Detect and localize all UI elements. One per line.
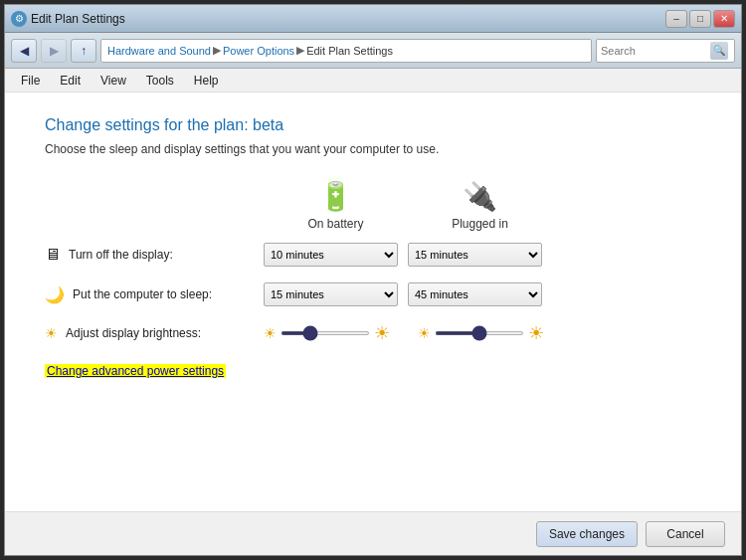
sleep-row: 🌙 Put the computer to sleep: 15 minutes … xyxy=(45,282,701,306)
display-battery-select-wrapper: 10 minutes 1 minute 2 minutes 5 minutes … xyxy=(264,243,398,267)
title-bar-left: ⚙ Edit Plan Settings xyxy=(11,11,125,27)
display-battery-select[interactable]: 10 minutes 1 minute 2 minutes 5 minutes … xyxy=(264,243,398,267)
sleep-label-area: 🌙 Put the computer to sleep: xyxy=(45,285,264,304)
search-bar: 🔍 xyxy=(596,39,735,63)
brightness-label: Adjust display brightness: xyxy=(66,326,201,340)
main-content: Change settings for the plan: beta Choos… xyxy=(5,93,741,511)
search-input[interactable] xyxy=(601,45,710,57)
display-icon: 🖥 xyxy=(45,246,61,264)
turn-off-display-label: Turn off the display: xyxy=(69,248,173,262)
search-button[interactable]: 🔍 xyxy=(710,42,728,60)
main-window: ⚙ Edit Plan Settings – □ ✕ ◀ ▶ ↑ Hardwar… xyxy=(4,4,742,556)
brightness-battery-sun-large: ☀ xyxy=(374,322,390,344)
brightness-plugged-slider-group: ☀ ☀ xyxy=(418,322,562,344)
close-button[interactable]: ✕ xyxy=(713,10,735,28)
brightness-battery-slider[interactable] xyxy=(280,331,370,335)
sleep-icon: 🌙 xyxy=(45,285,65,304)
breadcrumb-sep-2: ▶ xyxy=(296,44,304,57)
sleep-plugged-select[interactable]: 45 minutes 1 minute 5 minutes 10 minutes… xyxy=(408,282,542,306)
plugged-icon: 🔌 xyxy=(463,180,497,213)
title-bar-controls: – □ ✕ xyxy=(665,10,735,28)
brightness-battery-slider-group: ☀ ☀ xyxy=(264,322,408,344)
breadcrumb-current: Edit Plan Settings xyxy=(306,45,393,57)
title-bar: ⚙ Edit Plan Settings – □ ✕ xyxy=(5,5,741,33)
col-plugged-header: 🔌 Plugged in xyxy=(408,180,552,231)
brightness-plugged-sun-small: ☀ xyxy=(418,325,431,341)
menu-edit[interactable]: Edit xyxy=(52,72,89,90)
menu-bar: File Edit View Tools Help xyxy=(5,69,741,93)
turn-off-display-label-area: 🖥 Turn off the display: xyxy=(45,246,264,264)
brightness-plugged-sun-large: ☀ xyxy=(528,322,544,344)
title-bar-text: Edit Plan Settings xyxy=(31,12,125,26)
maximize-button[interactable]: □ xyxy=(689,10,711,28)
forward-button[interactable]: ▶ xyxy=(41,39,67,63)
battery-icon: 🔋 xyxy=(318,180,353,213)
sleep-battery-select[interactable]: 15 minutes 1 minute 5 minutes 10 minutes… xyxy=(264,282,398,306)
menu-view[interactable]: View xyxy=(93,72,134,90)
col-plugged-label: Plugged in xyxy=(452,217,508,231)
brightness-battery-sun-small: ☀ xyxy=(264,325,277,341)
footer: Save changes Cancel xyxy=(5,511,741,555)
breadcrumb-hardware-sound[interactable]: Hardware and Sound xyxy=(107,45,211,57)
brightness-label-area: ☀ Adjust display brightness: xyxy=(45,325,264,341)
breadcrumb-sep-1: ▶ xyxy=(213,44,221,57)
breadcrumb: Hardware and Sound ▶ Power Options ▶ Edi… xyxy=(100,39,592,63)
column-headers: 🔋 On battery 🔌 Plugged in xyxy=(45,180,701,231)
menu-file[interactable]: File xyxy=(13,72,48,90)
sleep-battery-select-wrapper: 15 minutes 1 minute 5 minutes 10 minutes… xyxy=(264,282,398,306)
page-subtitle: Choose the sleep and display settings th… xyxy=(45,142,701,156)
brightness-sun-icon: ☀ xyxy=(45,325,58,341)
minimize-button[interactable]: – xyxy=(665,10,687,28)
up-button[interactable]: ↑ xyxy=(71,39,96,63)
back-button[interactable]: ◀ xyxy=(11,39,37,63)
cancel-button[interactable]: Cancel xyxy=(646,521,725,547)
display-plugged-select-wrapper: 15 minutes 1 minute 2 minutes 5 minutes … xyxy=(408,243,542,267)
advanced-power-settings-link[interactable]: Change advanced power settings xyxy=(45,364,226,378)
page-title: Change settings for the plan: beta xyxy=(45,116,701,134)
menu-tools[interactable]: Tools xyxy=(138,72,182,90)
col-battery-header: 🔋 On battery xyxy=(264,180,408,231)
menu-help[interactable]: Help xyxy=(186,72,227,90)
brightness-plugged-slider[interactable] xyxy=(435,331,524,335)
breadcrumb-power-options[interactable]: Power Options xyxy=(223,45,294,57)
brightness-row: ☀ Adjust display brightness: ☀ ☀ ☀ ☀ xyxy=(45,322,701,344)
turn-off-display-row: 🖥 Turn off the display: 10 minutes 1 min… xyxy=(45,243,701,267)
window-icon: ⚙ xyxy=(11,11,27,27)
display-plugged-select[interactable]: 15 minutes 1 minute 2 minutes 5 minutes … xyxy=(408,243,542,267)
address-bar: ◀ ▶ ↑ Hardware and Sound ▶ Power Options… xyxy=(5,33,741,69)
save-changes-button[interactable]: Save changes xyxy=(536,521,638,547)
sleep-plugged-select-wrapper: 45 minutes 1 minute 5 minutes 10 minutes… xyxy=(408,282,542,306)
col-battery-label: On battery xyxy=(307,217,363,231)
sleep-label: Put the computer to sleep: xyxy=(73,287,212,301)
